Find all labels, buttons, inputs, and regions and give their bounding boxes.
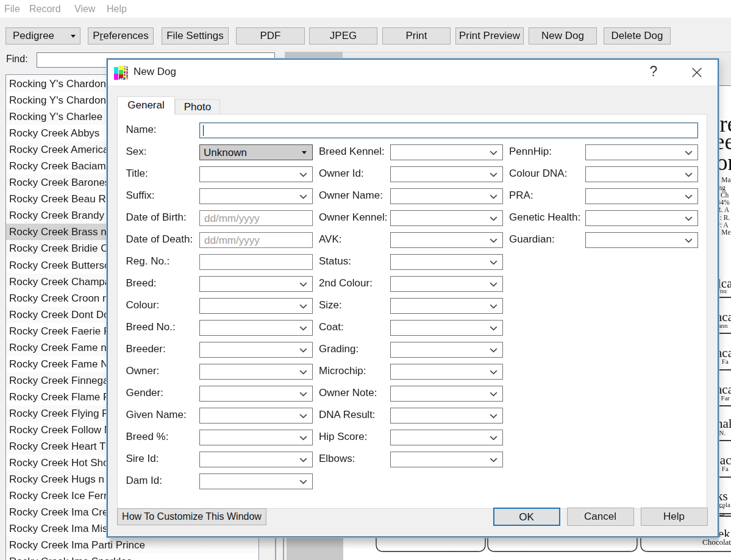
svg-text:Pro: Pro [119, 76, 126, 80]
